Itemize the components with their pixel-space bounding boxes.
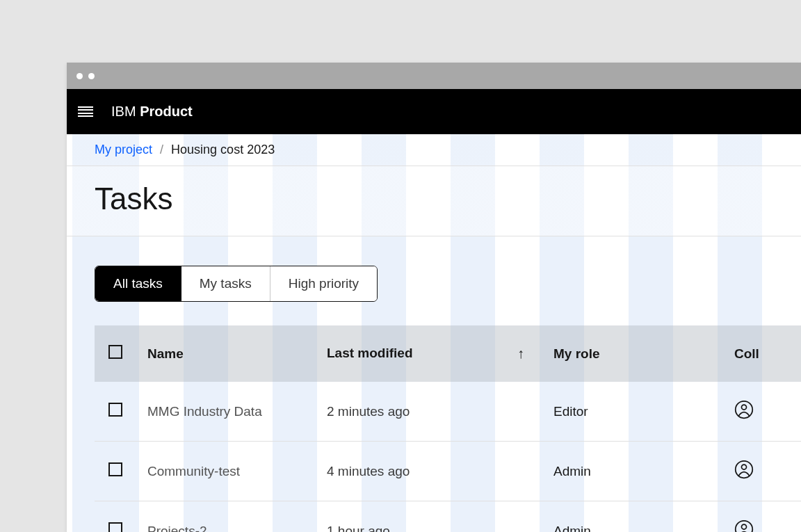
brand-name: Product <box>140 104 193 119</box>
svg-point-3 <box>742 465 747 469</box>
breadcrumb-link[interactable]: My project <box>95 143 152 156</box>
column-header-collaborators[interactable]: Coll <box>723 325 801 382</box>
cell-collaborators <box>723 501 801 533</box>
cell-name: Community-test <box>136 442 316 501</box>
tab-all-tasks[interactable]: All tasks <box>95 266 181 301</box>
user-icon[interactable] <box>734 408 754 422</box>
cell-last-modified: 2 minutes ago <box>316 382 542 442</box>
window-control-dot[interactable] <box>76 73 83 79</box>
column-header-last-modified[interactable]: Last modified ↑ <box>316 325 542 382</box>
brand-label: IBM Product <box>111 104 193 120</box>
cell-name: Projects-2 <box>136 501 316 533</box>
brand-prefix: IBM <box>111 104 136 119</box>
table-header-row: Name Last modified ↑ My role Coll <box>95 325 801 382</box>
sort-ascending-icon[interactable]: ↑ <box>517 346 524 362</box>
row-checkbox[interactable] <box>108 403 122 417</box>
window-control-dot[interactable] <box>88 73 95 79</box>
tabs: All tasks My tasks High priority <box>95 266 378 302</box>
row-checkbox[interactable] <box>108 462 122 476</box>
breadcrumb-separator: / <box>160 143 163 156</box>
select-all-checkbox[interactable] <box>108 345 122 359</box>
column-header-my-role[interactable]: My role <box>542 325 723 382</box>
cell-last-modified: 4 minutes ago <box>316 442 542 501</box>
menu-icon[interactable] <box>78 106 93 118</box>
column-header-last-modified-label: Last modified <box>327 346 413 360</box>
app-header: IBM Product <box>67 89 801 134</box>
svg-point-1 <box>742 405 747 410</box>
tab-high-priority[interactable]: High priority <box>270 266 377 301</box>
page-title-section: Tasks <box>67 166 801 236</box>
table-row[interactable]: Community-test 4 minutes ago Admin <box>95 442 801 501</box>
cell-collaborators <box>723 442 801 501</box>
column-header-name[interactable]: Name <box>136 325 316 382</box>
page-title: Tasks <box>95 182 801 216</box>
cell-my-role: Admin <box>542 442 723 501</box>
window-title-bar <box>67 63 801 89</box>
tab-my-tasks[interactable]: My tasks <box>181 266 270 301</box>
breadcrumb: My project / Housing cost 2023 <box>67 134 801 166</box>
cell-my-role: Admin <box>542 501 723 533</box>
column-select-all <box>95 325 136 382</box>
row-checkbox[interactable] <box>108 522 122 532</box>
cell-my-role: Editor <box>542 382 723 442</box>
table-row[interactable]: Projects-2 1 hour ago Admin <box>95 501 801 533</box>
breadcrumb-current: Housing cost 2023 <box>171 143 275 156</box>
cell-last-modified: 1 hour ago <box>316 501 542 533</box>
table-row[interactable]: MMG Industry Data 2 minutes ago Editor <box>95 382 801 442</box>
user-icon[interactable] <box>734 527 754 532</box>
cell-name: MMG Industry Data <box>136 382 316 442</box>
user-icon[interactable] <box>734 467 754 482</box>
svg-point-4 <box>736 521 753 532</box>
cell-collaborators <box>723 382 801 442</box>
tasks-table: Name Last modified ↑ My role Coll MMG In… <box>95 325 801 532</box>
svg-point-5 <box>742 524 747 529</box>
